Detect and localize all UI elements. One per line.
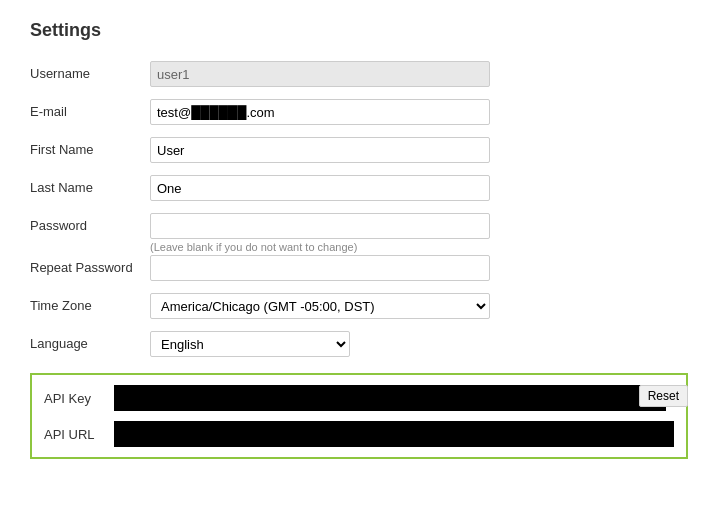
api-key-label: API Key [44,391,114,406]
username-label: Username [30,61,150,81]
reset-button[interactable]: Reset [639,385,688,407]
lastname-field-container [150,175,490,201]
repeat-password-input[interactable] [150,255,490,281]
lastname-row: Last Name [30,175,688,201]
username-row: Username [30,61,688,87]
api-url-label: API URL [44,427,114,442]
username-field-container [150,61,490,87]
lastname-label: Last Name [30,175,150,195]
password-label: Password [30,213,150,233]
username-input[interactable] [150,61,490,87]
api-key-value [114,385,666,411]
email-field-container [150,99,490,125]
api-url-row: API URL [44,421,674,447]
password-hint: (Leave blank if you do not want to chang… [150,241,490,253]
timezone-row: Time Zone America/Chicago (GMT -05:00, D… [30,293,688,319]
language-field-container: English [150,331,490,357]
api-url-value [114,421,674,447]
lastname-input[interactable] [150,175,490,201]
firstname-input[interactable] [150,137,490,163]
language-select[interactable]: English [150,331,350,357]
firstname-field-container [150,137,490,163]
repeat-password-label: Repeat Password [30,255,150,275]
repeat-password-field-container [150,255,490,281]
language-row: Language English [30,331,688,357]
password-field-container: (Leave blank if you do not want to chang… [150,213,490,253]
page-title: Settings [30,20,688,41]
email-input[interactable] [150,99,490,125]
timezone-field-container: America/Chicago (GMT -05:00, DST) [150,293,490,319]
settings-page: Settings Username E-mail First Name Last… [0,0,718,520]
firstname-label: First Name [30,137,150,157]
password-input[interactable] [150,213,490,239]
api-section: API Key API URL Reset [30,373,688,459]
timezone-select[interactable]: America/Chicago (GMT -05:00, DST) [150,293,490,319]
timezone-label: Time Zone [30,293,150,313]
email-label: E-mail [30,99,150,119]
firstname-row: First Name [30,137,688,163]
api-key-row: API Key [44,385,674,411]
language-label: Language [30,331,150,351]
password-row: Password (Leave blank if you do not want… [30,213,688,253]
repeat-password-row: Repeat Password [30,255,688,281]
email-row: E-mail [30,99,688,125]
